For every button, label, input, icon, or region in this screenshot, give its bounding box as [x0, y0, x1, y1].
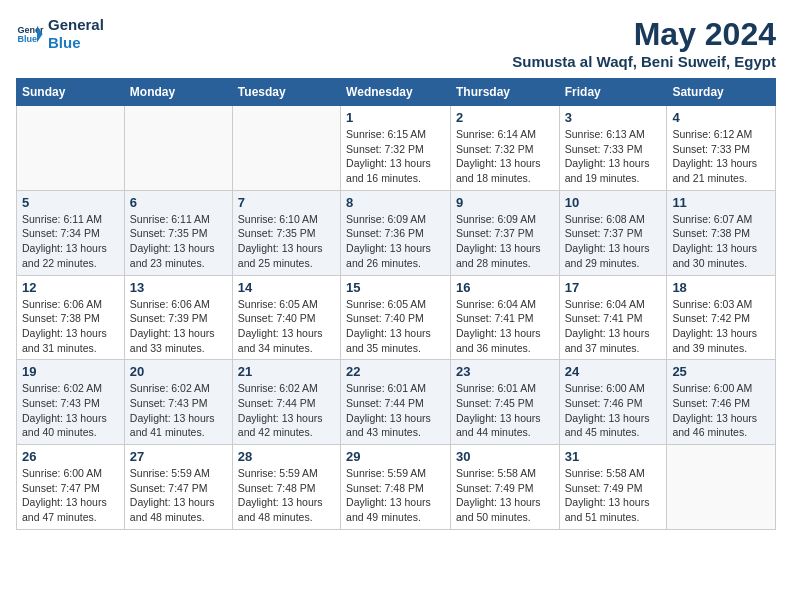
- day-number: 28: [238, 449, 335, 464]
- day-number: 11: [672, 195, 770, 210]
- day-info: Sunrise: 5:58 AM Sunset: 7:49 PM Dayligh…: [456, 466, 554, 525]
- day-info: Sunrise: 6:06 AM Sunset: 7:39 PM Dayligh…: [130, 297, 227, 356]
- day-number: 9: [456, 195, 554, 210]
- day-cell: 11Sunrise: 6:07 AM Sunset: 7:38 PM Dayli…: [667, 190, 776, 275]
- day-number: 30: [456, 449, 554, 464]
- day-cell: 4Sunrise: 6:12 AM Sunset: 7:33 PM Daylig…: [667, 106, 776, 191]
- day-cell: 26Sunrise: 6:00 AM Sunset: 7:47 PM Dayli…: [17, 445, 125, 530]
- main-title: May 2024: [512, 16, 776, 53]
- week-row-2: 5Sunrise: 6:11 AM Sunset: 7:34 PM Daylig…: [17, 190, 776, 275]
- day-cell: 22Sunrise: 6:01 AM Sunset: 7:44 PM Dayli…: [341, 360, 451, 445]
- day-cell: 31Sunrise: 5:58 AM Sunset: 7:49 PM Dayli…: [559, 445, 667, 530]
- day-info: Sunrise: 6:15 AM Sunset: 7:32 PM Dayligh…: [346, 127, 445, 186]
- header-cell-tuesday: Tuesday: [232, 79, 340, 106]
- day-cell: 7Sunrise: 6:10 AM Sunset: 7:35 PM Daylig…: [232, 190, 340, 275]
- day-info: Sunrise: 6:09 AM Sunset: 7:36 PM Dayligh…: [346, 212, 445, 271]
- page-header: General Blue General Blue May 2024 Sumus…: [16, 16, 776, 70]
- day-cell: 17Sunrise: 6:04 AM Sunset: 7:41 PM Dayli…: [559, 275, 667, 360]
- day-number: 13: [130, 280, 227, 295]
- week-row-4: 19Sunrise: 6:02 AM Sunset: 7:43 PM Dayli…: [17, 360, 776, 445]
- day-number: 20: [130, 364, 227, 379]
- day-info: Sunrise: 6:00 AM Sunset: 7:46 PM Dayligh…: [565, 381, 662, 440]
- day-number: 22: [346, 364, 445, 379]
- day-cell: 24Sunrise: 6:00 AM Sunset: 7:46 PM Dayli…: [559, 360, 667, 445]
- day-cell: 14Sunrise: 6:05 AM Sunset: 7:40 PM Dayli…: [232, 275, 340, 360]
- day-cell: 9Sunrise: 6:09 AM Sunset: 7:37 PM Daylig…: [450, 190, 559, 275]
- day-number: 17: [565, 280, 662, 295]
- day-number: 2: [456, 110, 554, 125]
- day-info: Sunrise: 6:05 AM Sunset: 7:40 PM Dayligh…: [346, 297, 445, 356]
- day-cell: [232, 106, 340, 191]
- day-number: 21: [238, 364, 335, 379]
- day-info: Sunrise: 6:00 AM Sunset: 7:47 PM Dayligh…: [22, 466, 119, 525]
- day-cell: 13Sunrise: 6:06 AM Sunset: 7:39 PM Dayli…: [124, 275, 232, 360]
- day-number: 31: [565, 449, 662, 464]
- day-cell: 8Sunrise: 6:09 AM Sunset: 7:36 PM Daylig…: [341, 190, 451, 275]
- day-info: Sunrise: 5:58 AM Sunset: 7:49 PM Dayligh…: [565, 466, 662, 525]
- day-cell: 29Sunrise: 5:59 AM Sunset: 7:48 PM Dayli…: [341, 445, 451, 530]
- day-cell: 2Sunrise: 6:14 AM Sunset: 7:32 PM Daylig…: [450, 106, 559, 191]
- header-row: SundayMondayTuesdayWednesdayThursdayFrid…: [17, 79, 776, 106]
- day-cell: 10Sunrise: 6:08 AM Sunset: 7:37 PM Dayli…: [559, 190, 667, 275]
- day-info: Sunrise: 6:07 AM Sunset: 7:38 PM Dayligh…: [672, 212, 770, 271]
- day-info: Sunrise: 6:09 AM Sunset: 7:37 PM Dayligh…: [456, 212, 554, 271]
- day-info: Sunrise: 6:05 AM Sunset: 7:40 PM Dayligh…: [238, 297, 335, 356]
- day-info: Sunrise: 6:13 AM Sunset: 7:33 PM Dayligh…: [565, 127, 662, 186]
- day-number: 27: [130, 449, 227, 464]
- day-cell: 12Sunrise: 6:06 AM Sunset: 7:38 PM Dayli…: [17, 275, 125, 360]
- day-info: Sunrise: 6:04 AM Sunset: 7:41 PM Dayligh…: [565, 297, 662, 356]
- day-cell: 5Sunrise: 6:11 AM Sunset: 7:34 PM Daylig…: [17, 190, 125, 275]
- day-number: 29: [346, 449, 445, 464]
- day-info: Sunrise: 5:59 AM Sunset: 7:48 PM Dayligh…: [238, 466, 335, 525]
- day-number: 26: [22, 449, 119, 464]
- day-cell: [667, 445, 776, 530]
- subtitle: Sumusta al Waqf, Beni Suweif, Egypt: [512, 53, 776, 70]
- week-row-3: 12Sunrise: 6:06 AM Sunset: 7:38 PM Dayli…: [17, 275, 776, 360]
- day-info: Sunrise: 6:11 AM Sunset: 7:35 PM Dayligh…: [130, 212, 227, 271]
- day-cell: 28Sunrise: 5:59 AM Sunset: 7:48 PM Dayli…: [232, 445, 340, 530]
- svg-text:Blue: Blue: [17, 34, 37, 44]
- day-cell: 15Sunrise: 6:05 AM Sunset: 7:40 PM Dayli…: [341, 275, 451, 360]
- calendar-header: SundayMondayTuesdayWednesdayThursdayFrid…: [17, 79, 776, 106]
- header-cell-thursday: Thursday: [450, 79, 559, 106]
- day-number: 6: [130, 195, 227, 210]
- day-cell: 21Sunrise: 6:02 AM Sunset: 7:44 PM Dayli…: [232, 360, 340, 445]
- logo-icon: General Blue: [16, 20, 44, 48]
- day-info: Sunrise: 6:02 AM Sunset: 7:43 PM Dayligh…: [130, 381, 227, 440]
- calendar-body: 1Sunrise: 6:15 AM Sunset: 7:32 PM Daylig…: [17, 106, 776, 530]
- day-info: Sunrise: 6:12 AM Sunset: 7:33 PM Dayligh…: [672, 127, 770, 186]
- calendar-table: SundayMondayTuesdayWednesdayThursdayFrid…: [16, 78, 776, 530]
- day-cell: [124, 106, 232, 191]
- header-cell-sunday: Sunday: [17, 79, 125, 106]
- day-cell: 1Sunrise: 6:15 AM Sunset: 7:32 PM Daylig…: [341, 106, 451, 191]
- day-number: 10: [565, 195, 662, 210]
- header-cell-monday: Monday: [124, 79, 232, 106]
- day-number: 23: [456, 364, 554, 379]
- day-info: Sunrise: 5:59 AM Sunset: 7:48 PM Dayligh…: [346, 466, 445, 525]
- day-info: Sunrise: 6:08 AM Sunset: 7:37 PM Dayligh…: [565, 212, 662, 271]
- day-number: 18: [672, 280, 770, 295]
- day-info: Sunrise: 6:10 AM Sunset: 7:35 PM Dayligh…: [238, 212, 335, 271]
- day-info: Sunrise: 6:02 AM Sunset: 7:43 PM Dayligh…: [22, 381, 119, 440]
- header-cell-saturday: Saturday: [667, 79, 776, 106]
- day-number: 4: [672, 110, 770, 125]
- logo-general: General: [48, 16, 104, 34]
- day-info: Sunrise: 6:11 AM Sunset: 7:34 PM Dayligh…: [22, 212, 119, 271]
- day-cell: 25Sunrise: 6:00 AM Sunset: 7:46 PM Dayli…: [667, 360, 776, 445]
- week-row-1: 1Sunrise: 6:15 AM Sunset: 7:32 PM Daylig…: [17, 106, 776, 191]
- day-number: 7: [238, 195, 335, 210]
- day-info: Sunrise: 5:59 AM Sunset: 7:47 PM Dayligh…: [130, 466, 227, 525]
- day-cell: 20Sunrise: 6:02 AM Sunset: 7:43 PM Dayli…: [124, 360, 232, 445]
- logo-blue: Blue: [48, 34, 104, 52]
- day-info: Sunrise: 6:00 AM Sunset: 7:46 PM Dayligh…: [672, 381, 770, 440]
- day-cell: 18Sunrise: 6:03 AM Sunset: 7:42 PM Dayli…: [667, 275, 776, 360]
- day-number: 8: [346, 195, 445, 210]
- day-number: 14: [238, 280, 335, 295]
- day-info: Sunrise: 6:06 AM Sunset: 7:38 PM Dayligh…: [22, 297, 119, 356]
- day-cell: 27Sunrise: 5:59 AM Sunset: 7:47 PM Dayli…: [124, 445, 232, 530]
- day-info: Sunrise: 6:04 AM Sunset: 7:41 PM Dayligh…: [456, 297, 554, 356]
- day-number: 25: [672, 364, 770, 379]
- title-block: May 2024 Sumusta al Waqf, Beni Suweif, E…: [512, 16, 776, 70]
- header-cell-wednesday: Wednesday: [341, 79, 451, 106]
- day-cell: 6Sunrise: 6:11 AM Sunset: 7:35 PM Daylig…: [124, 190, 232, 275]
